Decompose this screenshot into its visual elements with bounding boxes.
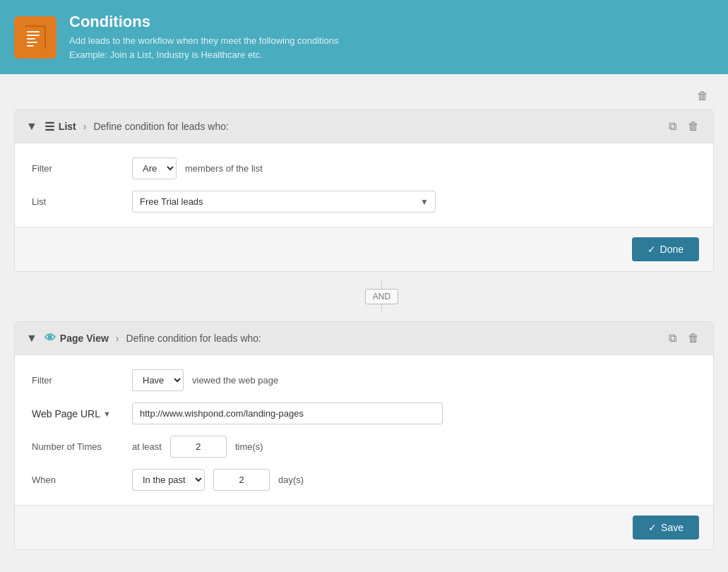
chevron-down-icon: ▼ [26,120,37,132]
svg-rect-5 [27,42,37,43]
condition-2-type-label: Page View [60,333,109,344]
condition-1-filter-select[interactable]: Are [132,157,177,179]
save-checkmark-icon: ✓ [648,522,657,533]
when-label: When [32,475,124,485]
header-icon [14,16,56,59]
eye-icon: 👁 [44,332,56,345]
condition-1-delete-button[interactable]: 🗑 [685,119,702,134]
condition-2-type: 👁 Page View › Define condition for leads… [44,332,261,345]
url-input[interactable] [132,403,443,424]
trash-icon-1: 🗑 [688,120,699,132]
top-delete-button[interactable]: 🗑 [694,88,711,104]
condition-2-filter-row: Filter Have viewed the web page [32,369,696,391]
condition-2-subtitle: Define condition for leads who: [126,333,261,344]
condition-1-collapse-button[interactable]: ▼ [26,121,37,132]
filter-text-1: members of the list [185,163,263,174]
times-input[interactable] [170,436,227,458]
main-content: 🗑 ▼ ☰ List › Define condition for leads … [0,74,728,564]
header: Conditions Add leads to the workflow whe… [0,0,728,74]
condition-2-footer: ✓ Save [15,505,713,549]
condition-2-copy-button[interactable]: ⧉ [666,330,679,346]
filter-text-2: viewed the web page [192,375,278,386]
list-icon: ☰ [44,120,54,133]
url-label-wrapper: Web Page URL ▼ [32,408,124,419]
condition-2-header: ▼ 👁 Page View › Define condition for lea… [15,322,713,355]
times-suffix: time(s) [235,441,263,452]
done-text: Done [660,244,684,255]
condition-block-1: ▼ ☰ List › Define condition for leads wh… [14,109,714,272]
header-text: Conditions Add leads to the workflow whe… [69,13,339,61]
save-button[interactable]: ✓ Save [633,516,699,540]
trash-icon: 🗑 [697,90,708,102]
condition-2-collapse-button[interactable]: ▼ [26,333,37,344]
top-actions: 🗑 [14,88,714,104]
save-text: Save [661,522,684,533]
chevron-down-icon-2: ▼ [26,332,37,344]
condition-1-copy-button[interactable]: ⧉ [666,119,679,134]
list-select[interactable]: Free Trial leads [132,191,436,213]
trash-icon-2: 🗑 [688,332,699,344]
condition-1-type-label: List [59,121,76,132]
url-dropdown-arrow: ▼ [103,410,111,418]
copy-icon-2: ⧉ [669,332,676,344]
list-dropdown-wrapper: Free Trial leads ▼ [132,191,436,213]
filter-label-1: Filter [32,163,124,174]
condition-1-list-row: List Free Trial leads ▼ [32,191,696,213]
condition-2-filter-select[interactable]: Have [132,369,184,391]
times-label: Number of Times [32,441,124,452]
condition-1-type: ☰ List › Define condition for leads who: [44,120,229,133]
condition-2-times-row: Number of Times at least time(s) [32,436,696,458]
checkmark-icon: ✓ [648,244,656,255]
when-number-input[interactable] [213,469,270,491]
svg-rect-3 [27,35,40,36]
filter-label-2: Filter [32,375,124,386]
and-connector: AND [49,272,714,321]
condition-1-filter-row: Filter Are members of the list [32,157,696,179]
condition-2-url-row: Web Page URL ▼ [32,403,696,424]
condition-1-body: Filter Are members of the list List Free… [15,143,713,227]
condition-1-footer: ✓ ✓ Done [15,227,713,271]
when-suffix: day(s) [278,475,304,485]
url-label: Web Page URL [32,408,100,419]
done-button[interactable]: ✓ ✓ Done [632,237,699,261]
times-prefix: at least [132,441,162,452]
svg-rect-4 [27,38,35,40]
svg-rect-2 [27,31,40,32]
condition-1-subtitle: Define condition for leads who: [93,121,228,132]
header-desc: Add leads to the workflow when they meet… [69,34,339,61]
and-line-bottom [381,304,382,313]
and-line-top [381,280,382,289]
condition-2-when-row: When In the past day(s) [32,469,696,491]
list-label-1: List [32,196,124,207]
svg-rect-6 [27,45,34,47]
condition-2-delete-button[interactable]: 🗑 [685,330,702,346]
when-select[interactable]: In the past [132,469,205,491]
page-title: Conditions [69,13,339,31]
condition-2-body: Filter Have viewed the web page Web Page… [15,355,713,505]
condition-block-2: ▼ 👁 Page View › Define condition for lea… [14,321,714,550]
copy-icon: ⧉ [669,120,676,132]
and-badge: AND [365,289,398,304]
condition-1-header: ▼ ☰ List › Define condition for leads wh… [15,110,713,143]
